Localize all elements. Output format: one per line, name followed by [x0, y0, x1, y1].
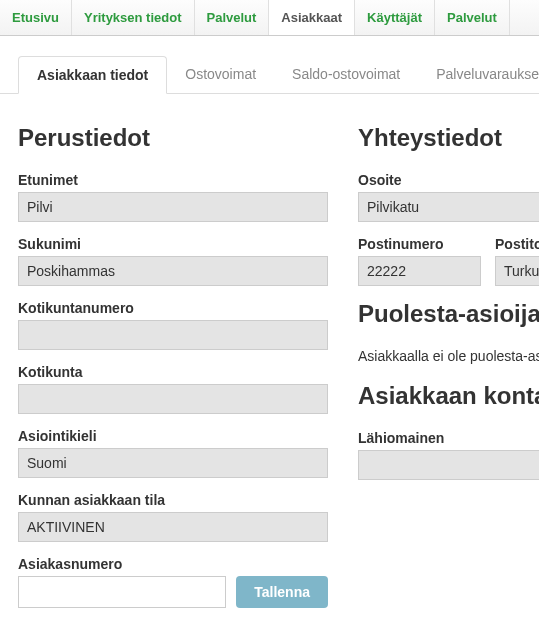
- label-sukunimi: Sukunimi: [18, 236, 328, 252]
- label-etunimet: Etunimet: [18, 172, 328, 188]
- topnav-etusivu[interactable]: Etusivu: [0, 0, 72, 35]
- field-lahiomainen: Lähiomainen: [358, 430, 539, 480]
- field-osoite: Osoite Pilvikatu: [358, 172, 539, 222]
- label-kotikunta: Kotikunta: [18, 364, 328, 380]
- topnav-yrityksen-tiedot[interactable]: Yrityksen tiedot: [72, 0, 195, 35]
- label-lahiomainen: Lähiomainen: [358, 430, 539, 446]
- heading-puolesta: Puolesta-asioija: [358, 300, 539, 328]
- field-asiakasnumero: Asiakasnumero Tallenna: [18, 556, 328, 608]
- input-lahiomainen[interactable]: [358, 450, 539, 480]
- subtab-palveluvaraukset[interactable]: Palveluvaraukset: [418, 56, 539, 93]
- subtab-asiakkaan-tiedot[interactable]: Asiakkaan tiedot: [18, 56, 167, 94]
- label-kunnan-tila: Kunnan asiakkaan tila: [18, 492, 328, 508]
- label-osoite: Osoite: [358, 172, 539, 188]
- field-asiointikieli: Asiointikieli Suomi: [18, 428, 328, 478]
- topnav-palvelut[interactable]: Palvelut: [195, 0, 270, 35]
- input-etunimet[interactable]: Pilvi: [18, 192, 328, 222]
- top-nav: Etusivu Yrityksen tiedot Palvelut Asiakk…: [0, 0, 539, 36]
- heading-kontaktit: Asiakkaan kontaktit: [358, 382, 539, 410]
- field-kotikunta: Kotikunta: [18, 364, 328, 414]
- field-kunnan-tila: Kunnan asiakkaan tila AKTIIVINEN: [18, 492, 328, 542]
- label-kotikuntanumero: Kotikuntanumero: [18, 300, 328, 316]
- col-right: Yhteystiedot Osoite Pilvikatu Postinumer…: [358, 124, 539, 622]
- input-kunnan-tila[interactable]: AKTIIVINEN: [18, 512, 328, 542]
- input-postitoimipaikka[interactable]: Turku: [495, 256, 539, 286]
- topnav-asiakkaat[interactable]: Asiakkaat: [269, 0, 355, 35]
- input-kotikunta[interactable]: [18, 384, 328, 414]
- note-puolesta: Asiakkaalla ei ole puolesta-asioijaa: [358, 348, 539, 364]
- input-kotikuntanumero[interactable]: [18, 320, 328, 350]
- input-asiakasnumero[interactable]: [18, 576, 226, 608]
- content: Perustiedot Etunimet Pilvi Sukunimi Posk…: [0, 94, 539, 623]
- input-asiointikieli[interactable]: Suomi: [18, 448, 328, 478]
- topnav-palvelut-2[interactable]: Palvelut: [435, 0, 510, 35]
- tallenna-button[interactable]: Tallenna: [236, 576, 328, 608]
- label-asiakasnumero: Asiakasnumero: [18, 556, 328, 572]
- topnav-kayttajat[interactable]: Käyttäjät: [355, 0, 435, 35]
- heading-perustiedot: Perustiedot: [18, 124, 328, 152]
- sub-tabs: Asiakkaan tiedot Ostovoimat Saldo-ostovo…: [0, 56, 539, 94]
- subtab-ostovoimat[interactable]: Ostovoimat: [167, 56, 274, 93]
- field-etunimet: Etunimet Pilvi: [18, 172, 328, 222]
- input-sukunimi[interactable]: Poskihammas: [18, 256, 328, 286]
- input-postinumero[interactable]: 22222: [358, 256, 481, 286]
- col-perustiedot: Perustiedot Etunimet Pilvi Sukunimi Posk…: [18, 124, 328, 622]
- label-postinumero: Postinumero: [358, 236, 481, 252]
- field-sukunimi: Sukunimi Poskihammas: [18, 236, 328, 286]
- field-postitoimipaikka: Postitoimipaikka Turku: [495, 236, 539, 286]
- heading-yhteystiedot: Yhteystiedot: [358, 124, 539, 152]
- label-asiointikieli: Asiointikieli: [18, 428, 328, 444]
- field-postinumero: Postinumero 22222: [358, 236, 481, 286]
- field-kotikuntanumero: Kotikuntanumero: [18, 300, 328, 350]
- input-osoite[interactable]: Pilvikatu: [358, 192, 539, 222]
- subtab-saldo-ostovoimat[interactable]: Saldo-ostovoimat: [274, 56, 418, 93]
- label-postitoimipaikka: Postitoimipaikka: [495, 236, 539, 252]
